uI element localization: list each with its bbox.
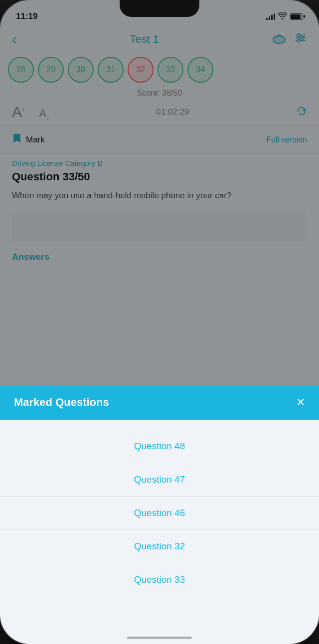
marked-question-item[interactable]: Question 46 xyxy=(0,497,319,530)
modal-title: Marked Questions xyxy=(14,396,109,409)
marked-questions-panel: Marked Questions ✕ Question 48 Question … xyxy=(0,385,319,644)
modal-overlay: Marked Questions ✕ Question 48 Question … xyxy=(0,0,319,644)
modal-body: Question 48 Question 47 Question 46 Ques… xyxy=(0,420,319,606)
marked-question-item[interactable]: Question 32 xyxy=(0,530,319,563)
marked-question-item[interactable]: Question 33 xyxy=(0,563,319,596)
marked-question-item[interactable]: Question 48 xyxy=(0,430,319,463)
home-indicator xyxy=(127,637,192,639)
phone-frame: 11:19 xyxy=(0,0,319,644)
marked-question-item[interactable]: Question 47 xyxy=(0,463,319,497)
modal-header: Marked Questions ✕ xyxy=(0,385,319,420)
phone-screen: 11:19 xyxy=(0,0,319,644)
modal-close-button[interactable]: ✕ xyxy=(296,396,305,409)
